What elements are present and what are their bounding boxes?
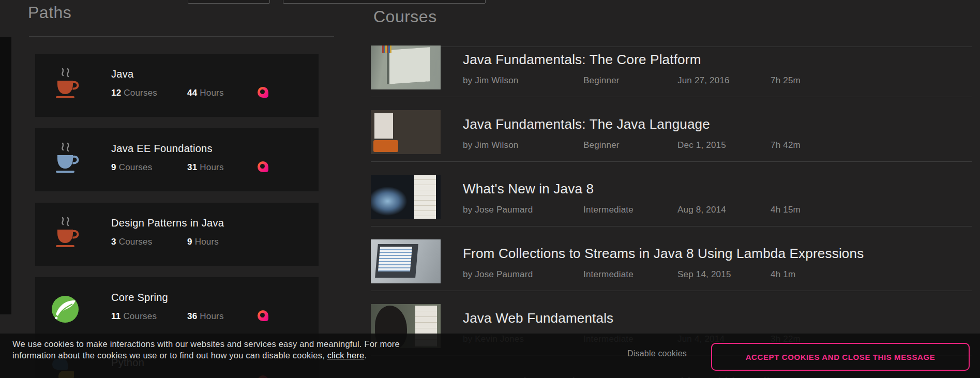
hours-label: Hours: [200, 162, 223, 172]
hours-label: Hours: [195, 237, 219, 247]
course-title-link[interactable]: Java Fundamentals: The Core Platform: [463, 52, 701, 68]
path-hours: 36Hours: [187, 311, 224, 322]
course-count-number: 11: [111, 311, 120, 321]
course-author: by Jim Wilson: [463, 140, 518, 150]
course-row[interactable]: Java Fundamentals: The Java Language by …: [371, 110, 972, 175]
course-row[interactable]: From Collections to Streams in Java 8 Us…: [371, 239, 972, 304]
path-badge-icon: [258, 161, 268, 172]
path-title: Java EE Foundations: [111, 143, 213, 155]
path-course-count: 9Courses: [111, 162, 152, 173]
course-duration: 4h 15m: [771, 205, 801, 215]
hours-label: Hours: [200, 311, 223, 321]
path-badge-icon: [258, 310, 268, 321]
row-divider: [371, 291, 972, 291]
course-title-link[interactable]: What's New in Java 8: [463, 181, 594, 197]
disable-cookies-link[interactable]: Disable cookies: [627, 349, 687, 358]
course-count-label: Courses: [124, 88, 157, 98]
coffee-cup-blue-icon: [51, 142, 84, 178]
hours-number: 9: [187, 237, 192, 247]
course-date: Sep 14, 2015: [677, 269, 731, 280]
course-date: Dec 1, 2015: [677, 140, 726, 150]
path-title: Design Patterns in Java: [111, 217, 224, 229]
row-divider: [371, 161, 972, 162]
path-title: Core Spring: [111, 292, 168, 304]
course-date: Aug 8, 2014: [677, 205, 726, 215]
course-title-link[interactable]: From Collections to Streams in Java 8 Us…: [463, 246, 864, 262]
partial-top-search-box[interactable]: [283, 0, 486, 4]
path-card-java-ee-foundations[interactable]: Java EE Foundations 9Courses 31Hours: [35, 128, 319, 191]
course-duration: 7h 25m: [771, 75, 801, 86]
course-thumbnail: [371, 110, 441, 154]
path-card-design-patterns-in-java[interactable]: Design Patterns in Java 3Courses 9Hours: [35, 203, 319, 266]
cookie-message-line2: information about the cookies we use or …: [12, 351, 327, 360]
course-duration: 7h 42m: [771, 140, 801, 150]
course-level: Beginner: [583, 140, 620, 150]
course-count-number: 3: [111, 237, 116, 247]
search-results-page: Paths Java 12Courses 44Hours: [0, 0, 980, 378]
hours-number: 36: [187, 311, 197, 321]
path-hours: 9Hours: [187, 237, 219, 247]
path-course-count: 3Courses: [111, 237, 152, 247]
course-date: Jun 27, 2016: [677, 75, 730, 86]
course-count-label: Courses: [119, 237, 153, 247]
course-author: by Jim Wilson: [463, 75, 518, 86]
path-title: Java: [111, 68, 133, 80]
hours-number: 44: [187, 88, 197, 98]
course-author: by Jose Paumard: [463, 269, 533, 280]
course-count-label: Courses: [123, 311, 157, 321]
path-hours: 44Hours: [187, 88, 224, 98]
path-course-count: 11Courses: [111, 311, 157, 322]
cookie-message-period: .: [364, 351, 367, 360]
course-count-number: 9: [111, 162, 116, 172]
course-title-link[interactable]: Java Fundamentals: The Java Language: [463, 116, 710, 132]
course-count-label: Courses: [119, 162, 153, 172]
partial-top-tab[interactable]: [188, 0, 270, 4]
row-divider: [371, 226, 972, 226]
course-thumbnail: [371, 46, 441, 89]
cookie-message: We use cookies to make interactions with…: [12, 338, 400, 361]
cookie-consent-banner: We use cookies to make interactions with…: [0, 334, 980, 378]
course-level: Intermediate: [583, 269, 634, 280]
spring-leaf-icon: [51, 291, 84, 327]
path-course-count: 12Courses: [111, 88, 157, 98]
course-duration: 4h 1m: [771, 269, 795, 280]
paths-section-title: Paths: [28, 3, 71, 22]
cookie-click-here-link[interactable]: click here: [327, 351, 365, 360]
hours-label: Hours: [200, 88, 223, 98]
path-hours: 31Hours: [187, 162, 224, 173]
path-card-java[interactable]: Java 12Courses 44Hours: [35, 54, 319, 117]
course-level: Beginner: [583, 75, 620, 86]
coffee-cup-orange-icon: [51, 67, 84, 103]
paths-divider: [29, 36, 334, 37]
course-author: by Jose Paumard: [463, 205, 533, 215]
cookie-message-line1: We use cookies to make interactions with…: [12, 339, 400, 349]
course-row[interactable]: Java Fundamentals: The Core Platform by …: [371, 46, 972, 110]
path-badge-icon: [258, 87, 268, 98]
left-gutter: [0, 37, 11, 314]
courses-section-title: Courses: [373, 7, 437, 26]
course-row[interactable]: What's New in Java 8 by Jose Paumard Int…: [371, 175, 972, 239]
course-thumbnail: [371, 175, 441, 219]
accept-cookies-button[interactable]: ACCEPT COOKIES AND CLOSE THIS MESSAGE: [711, 343, 970, 371]
course-title-link[interactable]: Java Web Fundamentals: [463, 310, 613, 326]
coffee-cup-orange-icon: [51, 216, 84, 252]
course-level: Intermediate: [583, 205, 634, 215]
path-card-core-spring[interactable]: Core Spring 11Courses 36Hours: [35, 277, 319, 340]
course-count-number: 12: [111, 88, 121, 98]
hours-number: 31: [187, 162, 197, 172]
row-divider: [371, 97, 972, 97]
course-thumbnail: [371, 239, 441, 283]
